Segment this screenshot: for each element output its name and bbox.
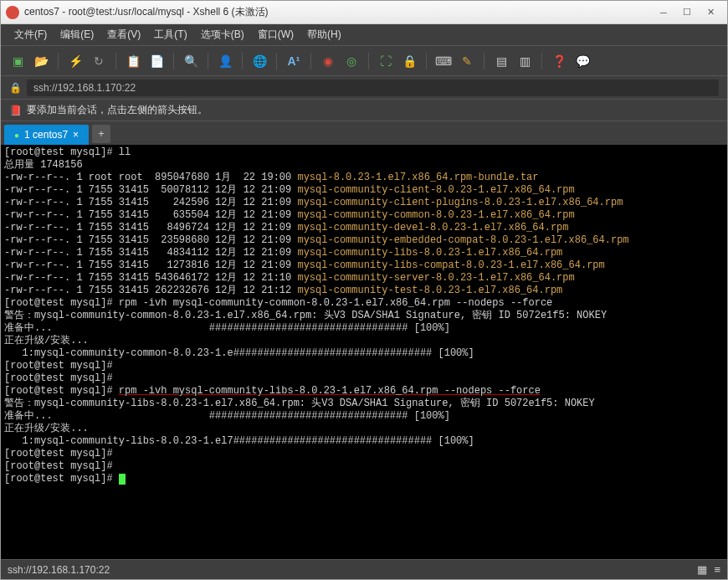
ls-row: -rw-r--r--. 1 root root 895047680 1月 22 … xyxy=(4,172,539,183)
toolbar-separator xyxy=(276,53,277,69)
lock-icon[interactable]: 🔒 xyxy=(399,51,419,71)
terminal-line: 1:mysql-community-common-8.0.23-1.e#####… xyxy=(4,347,474,359)
address-input[interactable]: ssh://192.168.1.170:22 xyxy=(27,80,719,96)
terminal-line: [root@test mysql]# xyxy=(4,473,126,485)
menu-tools[interactable]: 工具(T) xyxy=(147,24,193,45)
menu-edit[interactable]: 编辑(E) xyxy=(54,24,100,45)
menu-tab[interactable]: 选项卡(B) xyxy=(194,24,251,45)
tab-status-icon: ● xyxy=(14,131,19,140)
menu-file[interactable]: 文件(F) xyxy=(8,24,54,45)
window-title: centos7 - root@test:/usr/local/mysql - X… xyxy=(24,5,652,19)
terminal-line: [root@test mysql]# xyxy=(4,360,119,372)
maximize-button[interactable]: ☐ xyxy=(675,4,699,21)
copy-icon[interactable]: 📋 xyxy=(123,51,143,71)
message-icon[interactable]: 💬 xyxy=(572,51,592,71)
terminal-line: 总用量 1748156 xyxy=(4,159,83,171)
terminal-line: [root@test mysql]# ll xyxy=(4,146,131,158)
reconnect-icon[interactable]: ↻ xyxy=(89,51,109,71)
infobar: 📕 要添加当前会话，点击左侧的箭头按钮。 xyxy=(1,100,727,121)
xshell-icon[interactable]: ◉ xyxy=(318,51,338,71)
ls-row: -rw-r--r--. 1 7155 31415 8496724 12月 12 … xyxy=(4,222,569,234)
tab-close-icon[interactable]: × xyxy=(73,129,79,141)
toolbar-separator xyxy=(368,53,369,69)
menu-view[interactable]: 查看(V) xyxy=(100,24,147,45)
toolbar-separator xyxy=(58,53,59,69)
xftp-icon[interactable]: ◎ xyxy=(341,51,361,71)
app-icon xyxy=(6,6,19,19)
statusbar: ssh://192.168.1.170:22 ▦ ≡ xyxy=(1,559,727,579)
ls-row: -rw-r--r--. 1 7155 31415 242596 12月 12 2… xyxy=(4,197,623,208)
close-button[interactable]: ✕ xyxy=(699,4,722,21)
ls-row: -rw-r--r--. 1 7155 31415 50078112 12月 12… xyxy=(4,184,575,196)
titlebar: centos7 - root@test:/usr/local/mysql - X… xyxy=(1,1,727,24)
status-text: ssh://192.168.1.170:22 xyxy=(8,564,110,576)
toolbar-separator xyxy=(310,53,311,69)
ls-row: -rw-r--r--. 1 7155 31415 23598680 12月 12… xyxy=(4,234,629,246)
toolbar-separator xyxy=(541,53,542,69)
terminal-line: 准备中... #################################… xyxy=(4,322,450,334)
connect-icon[interactable]: ⚡ xyxy=(65,51,85,71)
terminal-line: 正在升级/安装... xyxy=(4,335,89,346)
terminal-line: [root@test mysql]# xyxy=(4,372,119,384)
toolbar-separator xyxy=(484,53,484,69)
terminal-line: 正在升级/安装... xyxy=(4,423,89,434)
ls-row: -rw-r--r--. 1 7155 31415 635504 12月 12 2… xyxy=(4,209,575,221)
ls-row: -rw-r--r--. 1 7155 31415 1273816 12月 12 … xyxy=(4,259,605,271)
status-grid-icon[interactable]: ▦ xyxy=(697,563,707,576)
terminal-line: 1:mysql-community-libs-8.0.23-1.el7#####… xyxy=(4,435,474,447)
addressbar: 🔒 ssh://192.168.1.170:22 xyxy=(1,76,727,100)
tab-label: 1 centos7 xyxy=(24,129,68,141)
globe-icon[interactable]: 🌐 xyxy=(249,51,269,71)
terminal-line: [root@test mysql]# rpm -ivh mysql-commun… xyxy=(4,385,541,397)
fullscreen-icon[interactable]: ⛶ xyxy=(376,51,396,71)
keyboard-icon[interactable]: ⌨ xyxy=(433,51,454,71)
bookmark-icon[interactable]: 📕 xyxy=(9,105,22,116)
paste-icon[interactable]: 📄 xyxy=(146,51,167,71)
tab-centos7[interactable]: ● 1 centos7 × xyxy=(4,125,89,145)
search-icon[interactable]: 🔍 xyxy=(181,51,201,71)
split-v-icon[interactable]: ▥ xyxy=(515,51,535,71)
terminal[interactable]: [root@test mysql]# ll 总用量 1748156 -rw-r-… xyxy=(1,145,727,559)
lock-icon: 🔒 xyxy=(9,82,22,94)
terminal-line: 准备中... #################################… xyxy=(4,410,450,422)
terminal-line: 警告：mysql-community-libs-8.0.23-1.el7.x86… xyxy=(4,398,595,409)
tabbar: ● 1 centos7 × + xyxy=(1,121,727,145)
ls-row: -rw-r--r--. 1 7155 31415 4834112 12月 12 … xyxy=(4,247,562,259)
terminal-line: [root@test mysql]# xyxy=(4,448,119,459)
menubar: 文件(F) 编辑(E) 查看(V) 工具(T) 选项卡(B) 窗口(W) 帮助(… xyxy=(1,24,727,46)
window-controls: ─ ☐ ✕ xyxy=(652,4,722,21)
menu-help[interactable]: 帮助(H) xyxy=(300,24,348,45)
toolbar-separator xyxy=(208,53,208,69)
terminal-line: 警告：mysql-community-common-8.0.23-1.el7.x… xyxy=(4,310,607,321)
status-list-icon[interactable]: ≡ xyxy=(714,563,720,576)
toolbar-separator xyxy=(426,53,427,69)
terminal-line: [root@test mysql]# rpm -ivh mysql-commun… xyxy=(4,297,552,309)
menu-window[interactable]: 窗口(W) xyxy=(251,24,300,45)
terminal-line: [root@test mysql]# xyxy=(4,460,119,472)
split-h-icon[interactable]: ▤ xyxy=(491,51,511,71)
toolbar: ▣ 📂 ⚡ ↻ 📋 📄 🔍 👤 🌐 A¹ ◉ ◎ ⛶ 🔒 ⌨ ✎ ▤ ▥ ❓ 💬 xyxy=(1,46,727,76)
toolbar-separator xyxy=(115,53,116,69)
highlighter-icon[interactable]: ✎ xyxy=(457,51,477,71)
tab-add-button[interactable]: + xyxy=(92,125,110,143)
infobar-text: 要添加当前会话，点击左侧的箭头按钮。 xyxy=(27,103,208,117)
toolbar-separator xyxy=(173,53,174,69)
ls-row: -rw-r--r--. 1 7155 31415 543646172 12月 1… xyxy=(4,272,575,284)
help-icon[interactable]: ❓ xyxy=(549,51,569,71)
minimize-button[interactable]: ─ xyxy=(652,4,675,21)
new-session-icon[interactable]: ▣ xyxy=(8,51,28,71)
profile-icon[interactable]: 👤 xyxy=(215,51,235,71)
ls-row: -rw-r--r--. 1 7155 31415 262232676 12月 1… xyxy=(4,285,562,296)
toolbar-separator xyxy=(242,53,243,69)
cursor xyxy=(119,474,126,485)
open-icon[interactable]: 📂 xyxy=(31,51,51,71)
font-icon[interactable]: A¹ xyxy=(284,51,304,71)
